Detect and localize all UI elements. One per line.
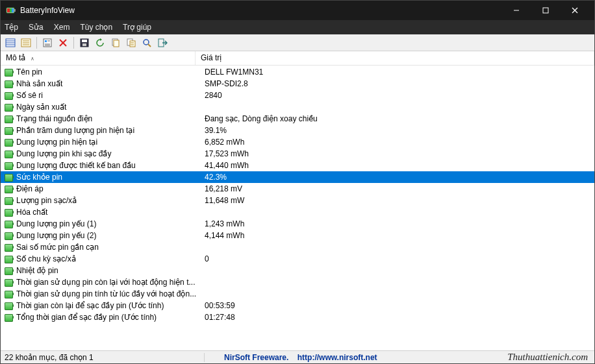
row-description: Dung lượng được thiết kế ban đầu <box>16 161 202 170</box>
battery-icon <box>5 162 14 169</box>
svg-rect-25 <box>82 40 87 42</box>
row-description: Dung lượng pin yếu (2) <box>16 231 202 240</box>
row-value: Đang sạc, Dòng điện xoay chiều <box>202 114 594 123</box>
table-row[interactable]: Dung lượng pin yếu (1)1,243 mWh <box>1 218 594 230</box>
battery-icon <box>5 220 14 228</box>
row-description: Sức khỏe pin <box>16 173 202 182</box>
svg-rect-4 <box>14 9 16 12</box>
menu-edit[interactable]: Sửa <box>29 23 44 32</box>
table-row[interactable]: Phần trăm dung lượng pin hiện tại39.1% <box>1 125 594 136</box>
row-value: 11,648 mW <box>202 196 594 205</box>
copy-icon[interactable] <box>108 36 123 50</box>
copy-selected-icon[interactable] <box>124 36 138 50</box>
menu-help[interactable]: Trợ giúp <box>123 23 151 32</box>
exit-icon[interactable] <box>155 36 170 50</box>
row-description: Tổng thời gian để sạc đầy pin (Ước tính) <box>16 313 202 322</box>
column-header-description[interactable]: Mô tả∧ <box>1 51 196 65</box>
save-icon[interactable] <box>77 36 92 50</box>
table-row[interactable]: Dung lượng pin hiện tại6,852 mWh <box>1 136 594 148</box>
battery-icon <box>5 267 14 274</box>
row-value: 41,440 mWh <box>202 161 594 170</box>
table-row[interactable]: Thời gian sử dụng pin tính từ lúc đầy vớ… <box>1 288 594 300</box>
battery-icon <box>5 138 14 146</box>
battery-icon <box>5 173 14 181</box>
table-row[interactable]: Nhà sản xuấtSMP-SDI2.8 <box>1 78 594 90</box>
row-value: 4,144 mWh <box>202 231 594 240</box>
table-row[interactable]: Nhiệt độ pin <box>1 265 594 276</box>
delete-icon[interactable] <box>56 36 70 50</box>
row-description: Sai số mức pin gần cạn <box>16 243 202 252</box>
battery-icon <box>5 243 14 251</box>
battery-icon <box>5 127 14 134</box>
table-row[interactable]: Thời gian còn lại để sạc đầy pin (Ước tí… <box>1 300 594 311</box>
battery-icon <box>5 290 14 298</box>
battery-icon <box>5 103 14 111</box>
row-description: Lượng pin sạc/xả <box>16 196 202 205</box>
row-description: Hóa chất <box>16 208 202 217</box>
status-freeware-link[interactable]: NirSoft Freeware. http://www.nirsoft.net <box>205 353 507 362</box>
row-description: Dung lượng pin khi sạc đầy <box>16 149 202 158</box>
battery-icon <box>5 232 14 239</box>
battery-icon <box>5 91 14 99</box>
row-description: Điện áp <box>16 184 202 193</box>
table-row[interactable]: Sai số mức pin gần cạn <box>1 241 594 253</box>
row-value: 2840 <box>202 91 594 100</box>
menu-options[interactable]: Tùy chọn <box>80 23 112 32</box>
row-value: SMP-SDI2.8 <box>202 79 594 88</box>
battery-icon <box>5 150 14 158</box>
menu-file[interactable]: Tệp <box>5 23 18 32</box>
battery-icon <box>5 255 14 263</box>
column-header-value[interactable]: Giá trị <box>196 51 594 65</box>
menubar: Tệp Sửa Xem Tùy chọn Trợ giúp <box>1 20 594 34</box>
battery-icon <box>5 278 14 286</box>
table-row[interactable]: Dung lượng pin khi sạc đầy17,523 mWh <box>1 148 594 160</box>
table-row[interactable]: Số sê ri 2840 <box>1 90 594 101</box>
menu-view[interactable]: Xem <box>54 23 70 32</box>
table-row[interactable]: Hóa chất <box>1 206 594 218</box>
row-value: 01:27:48 <box>202 313 594 322</box>
row-description: Thời gian sử dụng pin còn lại với hoạt đ… <box>16 278 202 287</box>
row-value: 0 <box>202 254 594 263</box>
row-description: Số sê ri <box>16 91 202 100</box>
table-row[interactable]: Sức khỏe pin42.3% <box>1 171 594 183</box>
statusbar: 22 khoản mục, đã chọn 1 NirSoft Freeware… <box>1 350 594 363</box>
list-body[interactable]: Tên pinDELL FW1MN31Nhà sản xuấtSMP-SDI2.… <box>1 66 594 350</box>
minimize-button[interactable] <box>501 1 531 20</box>
table-row[interactable]: Lượng pin sạc/xả11,648 mW <box>1 195 594 206</box>
row-description: Dung lượng pin yếu (1) <box>16 219 202 228</box>
properties-icon[interactable] <box>40 36 55 50</box>
row-description: Thời gian còn lại để sạc đầy pin (Ước tí… <box>16 301 202 310</box>
svg-rect-26 <box>82 43 86 46</box>
row-value: 00:53:59 <box>202 301 594 310</box>
table-row[interactable]: Thời gian sử dụng pin còn lại với hoạt đ… <box>1 276 594 288</box>
table-row[interactable]: Trạng thái nguồn điệnĐang sạc, Dòng điện… <box>1 113 594 125</box>
svg-rect-30 <box>130 41 135 47</box>
row-description: Dung lượng pin hiện tại <box>16 138 202 147</box>
toolbar-separator <box>73 37 74 49</box>
view-details-icon[interactable] <box>19 36 33 50</box>
row-description: Tên pin <box>16 67 202 77</box>
find-icon[interactable] <box>140 36 154 50</box>
table-row[interactable]: Dung lượng được thiết kế ban đầu41,440 m… <box>1 160 594 171</box>
battery-icon <box>5 185 14 193</box>
battery-icon <box>5 208 14 216</box>
table-row[interactable]: Điện áp16,218 mV <box>1 183 594 195</box>
column-header-row: Mô tả∧ Giá trị <box>1 51 594 66</box>
table-row[interactable]: Số chu kỳ sạc/xả0 <box>1 253 594 265</box>
svg-line-34 <box>148 44 151 47</box>
view-list-icon[interactable] <box>3 36 18 50</box>
refresh-icon[interactable] <box>93 36 107 50</box>
table-row[interactable]: Dung lượng pin yếu (2)4,144 mWh <box>1 230 594 241</box>
table-row[interactable]: Ngày sản xuất <box>1 101 594 113</box>
close-button[interactable] <box>560 1 589 20</box>
svg-rect-6 <box>543 8 548 13</box>
battery-icon <box>5 68 14 76</box>
row-value: DELL FW1MN31 <box>202 67 594 77</box>
table-row[interactable]: Tổng thời gian để sạc đầy pin (Ước tính)… <box>1 311 594 323</box>
row-description: Nhà sản xuất <box>16 79 202 88</box>
table-row[interactable]: Tên pinDELL FW1MN31 <box>1 66 594 78</box>
maximize-button[interactable] <box>531 1 560 20</box>
row-description: Trạng thái nguồn điện <box>16 114 202 123</box>
sort-asc-icon: ∧ <box>31 56 34 62</box>
svg-point-33 <box>144 40 149 45</box>
